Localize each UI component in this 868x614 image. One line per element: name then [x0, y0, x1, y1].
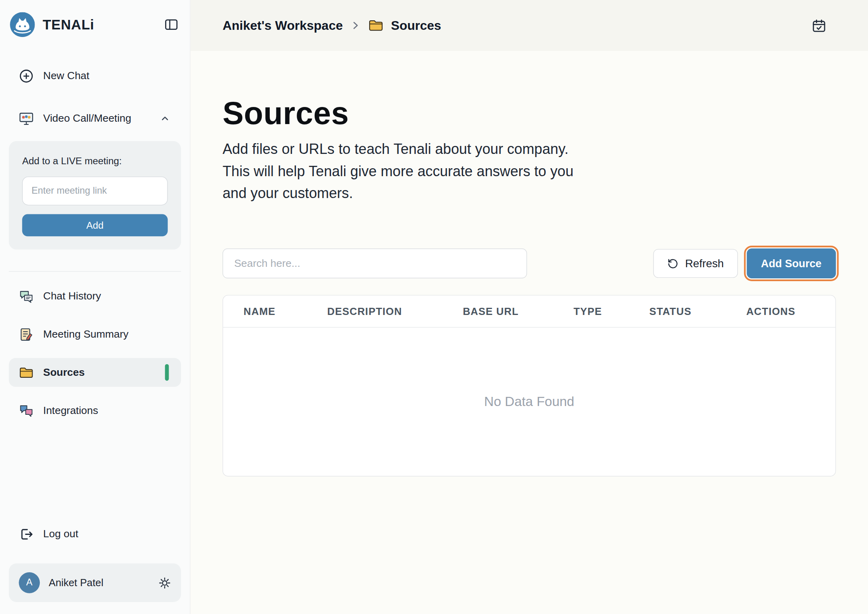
- chat-history-icon: [19, 289, 34, 304]
- main-area: Aniket's Workspace Sources: [191, 0, 868, 614]
- sidebar-item-label: Video Call/Meeting: [43, 112, 131, 124]
- sidebar-item-label: Sources: [43, 366, 85, 379]
- live-meeting-title: Add to a LIVE meeting:: [22, 154, 168, 167]
- gear-icon[interactable]: [158, 576, 171, 589]
- tenali-logo-icon: [10, 12, 35, 37]
- app-title: TENALi: [43, 16, 156, 32]
- calendar-icon[interactable]: [812, 18, 827, 33]
- page-title: Sources: [222, 95, 836, 131]
- column-header-status: STATUS: [649, 305, 746, 317]
- sidebar-item-video-call[interactable]: Video Call/Meeting: [9, 105, 181, 132]
- logout-icon: [19, 527, 34, 542]
- refresh-icon: [667, 258, 678, 269]
- live-meeting-panel: Add to a LIVE meeting: Add: [9, 141, 181, 250]
- active-indicator: [165, 364, 169, 381]
- add-source-button[interactable]: Add Source: [747, 249, 836, 278]
- column-header-actions: ACTIONS: [746, 305, 835, 317]
- sidebar-item-label: Chat History: [43, 290, 101, 302]
- avatar: A: [19, 572, 40, 593]
- app-root: TENALi New Chat: [0, 0, 868, 614]
- sidebar-header: TENALi: [0, 0, 190, 38]
- user-card[interactable]: A Aniket Patel: [9, 563, 181, 602]
- chevron-up-icon[interactable]: [159, 112, 171, 124]
- logout-button[interactable]: Log out: [9, 521, 181, 547]
- refresh-button[interactable]: Refresh: [653, 249, 738, 278]
- sidebar-item-label: Integrations: [43, 404, 98, 417]
- plus-circle-icon: [19, 68, 34, 84]
- breadcrumb-page: Sources: [391, 18, 441, 33]
- meeting-summary-icon: [19, 327, 34, 342]
- user-name: Aniket Patel: [49, 577, 149, 589]
- add-meeting-button[interactable]: Add: [22, 214, 168, 237]
- sidebar-item-label: New Chat: [43, 70, 90, 82]
- column-header-description: DESCRIPTION: [327, 305, 463, 317]
- table-header-row: NAME DESCRIPTION BASE URL TYPE STATUS AC…: [223, 295, 835, 328]
- sidebar-item-new-chat[interactable]: New Chat: [9, 62, 181, 89]
- folder-icon: [19, 365, 34, 380]
- sidebar-divider: [9, 271, 181, 272]
- sidebar-item-sources[interactable]: Sources: [9, 358, 181, 387]
- chevron-right-icon: [350, 20, 361, 31]
- sidebar-nav: Chat History Meeting Summary: [0, 282, 190, 434]
- breadcrumb-folder-icon: [368, 18, 384, 33]
- sidebar: TENALi New Chat: [0, 0, 191, 614]
- sidebar-item-chat-history[interactable]: Chat History: [9, 282, 181, 310]
- toolbar: Refresh Add Source: [222, 249, 836, 278]
- breadcrumb-workspace[interactable]: Aniket's Workspace: [222, 18, 343, 33]
- logout-label: Log out: [43, 528, 78, 540]
- column-header-base-url: BASE URL: [463, 305, 573, 317]
- page-content: Sources Add files or URLs to teach Tenal…: [191, 51, 868, 614]
- sidebar-spacer: [0, 434, 190, 521]
- video-call-icon: [19, 111, 34, 126]
- empty-state-text: No Data Found: [484, 394, 574, 410]
- header: Aniket's Workspace Sources: [191, 0, 868, 51]
- sources-table: NAME DESCRIPTION BASE URL TYPE STATUS AC…: [222, 295, 836, 476]
- column-header-name: NAME: [243, 305, 327, 317]
- search-input[interactable]: [222, 249, 527, 278]
- column-header-type: TYPE: [574, 305, 650, 317]
- sidebar-item-integrations[interactable]: Integrations: [9, 396, 181, 425]
- table-body: No Data Found: [223, 328, 835, 476]
- meeting-link-input[interactable]: [22, 177, 168, 205]
- sidebar-collapse-icon[interactable]: [164, 17, 179, 32]
- integrations-icon: [19, 403, 34, 418]
- sidebar-item-meeting-summary[interactable]: Meeting Summary: [9, 320, 181, 348]
- refresh-label: Refresh: [685, 257, 724, 270]
- page-description: Add files or URLs to teach Tenali about …: [222, 138, 592, 204]
- sidebar-item-label: Meeting Summary: [43, 328, 129, 340]
